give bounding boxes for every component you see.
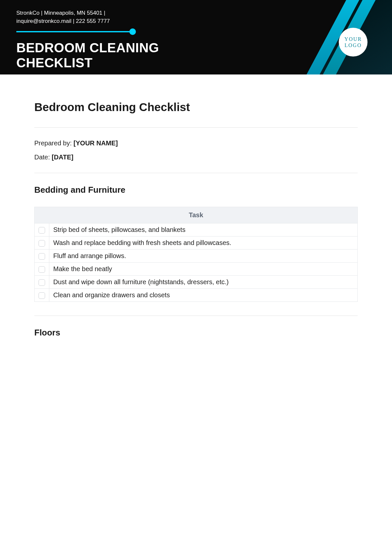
task-text: Strip bed of sheets, pillowcases, and bl… xyxy=(49,223,358,236)
logo-placeholder: YOUR LOGO xyxy=(339,28,368,57)
divider xyxy=(34,173,358,173)
checkbox-icon[interactable] xyxy=(39,292,45,299)
checkbox-icon[interactable] xyxy=(39,279,45,286)
task-text: Clean and organize drawers and closets xyxy=(49,289,358,302)
task-row: Clean and organize drawers and closets xyxy=(35,289,358,302)
checkbox-icon[interactable] xyxy=(39,266,45,273)
header-title: BEDROOM CLEANING CHECKLIST xyxy=(16,40,376,70)
prepared-by-line: Prepared by: [YOUR NAME] xyxy=(34,139,358,147)
prepared-by-value: [YOUR NAME] xyxy=(74,139,118,147)
section-title-bedding: Bedding and Furniture xyxy=(34,185,358,195)
checkbox-icon[interactable] xyxy=(39,253,45,260)
logo-text: YOUR LOGO xyxy=(344,36,362,48)
divider xyxy=(34,127,358,128)
task-checkbox-cell xyxy=(35,250,49,263)
task-row: Dust and wipe down all furniture (nights… xyxy=(35,276,358,289)
task-column-header: Task xyxy=(35,207,358,223)
task-row: Strip bed of sheets, pillowcases, and bl… xyxy=(35,223,358,236)
meta-block: Prepared by: [YOUR NAME] Date: [DATE] xyxy=(34,139,358,161)
task-row: Fluff and arrange pillows. xyxy=(35,250,358,263)
accent-line-dot-icon xyxy=(129,28,136,35)
task-text: Make the bed neatly xyxy=(49,263,358,276)
document-title: Bedroom Cleaning Checklist xyxy=(34,101,358,114)
company-info-line1: StronkCo | Minneapolis, MN 55401 | xyxy=(16,10,105,16)
task-table-body: Strip bed of sheets, pillowcases, and bl… xyxy=(35,223,358,302)
company-info: StronkCo | Minneapolis, MN 55401 | inqui… xyxy=(16,9,376,25)
divider xyxy=(34,316,358,316)
date-value: [DATE] xyxy=(52,154,73,161)
header-accent-line xyxy=(16,28,376,35)
task-text: Wash and replace bedding with fresh shee… xyxy=(49,236,358,250)
date-label: Date: xyxy=(34,154,52,161)
company-info-line2: inquire@stronkco.mail | 222 555 7777 xyxy=(16,18,110,24)
logo-text-line2: LOGO xyxy=(345,42,362,48)
accent-line-bar xyxy=(16,31,130,32)
task-text: Dust and wipe down all furniture (nights… xyxy=(49,276,358,289)
header-title-line1: BEDROOM CLEANING xyxy=(16,41,159,55)
checkbox-icon[interactable] xyxy=(39,227,45,234)
task-checkbox-cell xyxy=(35,263,49,276)
logo-text-line1: YOUR xyxy=(344,36,362,42)
section-title-floors: Floors xyxy=(34,328,358,338)
task-checkbox-cell xyxy=(35,276,49,289)
document-header: StronkCo | Minneapolis, MN 55401 | inqui… xyxy=(0,0,392,74)
task-checkbox-cell xyxy=(35,223,49,236)
prepared-by-label: Prepared by: xyxy=(34,139,74,147)
task-table-bedding: Task Strip bed of sheets, pillowcases, a… xyxy=(34,207,358,302)
task-row: Make the bed neatly xyxy=(35,263,358,276)
task-checkbox-cell xyxy=(35,289,49,302)
checkbox-icon[interactable] xyxy=(39,240,45,247)
task-text: Fluff and arrange pillows. xyxy=(49,250,358,263)
date-line: Date: [DATE] xyxy=(34,154,358,161)
task-checkbox-cell xyxy=(35,236,49,250)
document-content: Bedroom Cleaning Checklist Prepared by: … xyxy=(0,74,392,363)
header-title-line2: CHECKLIST xyxy=(16,56,92,70)
task-row: Wash and replace bedding with fresh shee… xyxy=(35,236,358,250)
